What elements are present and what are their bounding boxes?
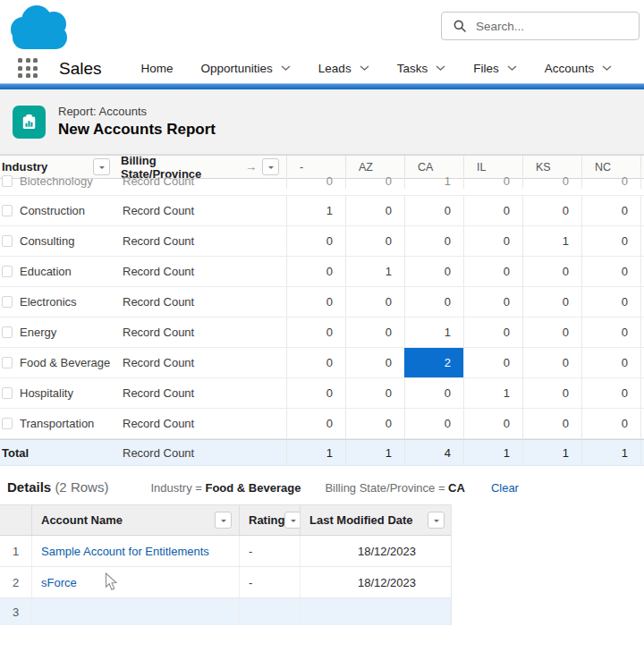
nav-tab-leads[interactable]: Leads: [318, 62, 369, 75]
pivot-row-label[interactable]: Electronics: [13, 287, 121, 317]
row-checkbox[interactable]: [2, 266, 13, 277]
pivot-value-cell[interactable]: 0: [581, 318, 640, 347]
pivot-value-cell[interactable]: 0: [522, 318, 581, 347]
pivot-value-cell[interactable]: 0: [286, 318, 345, 347]
pivot-value-cell[interactable]: 1: [286, 196, 345, 225]
filter-button[interactable]: [428, 512, 445, 529]
filter-button[interactable]: [284, 512, 300, 529]
pivot-value-cell[interactable]: 0: [581, 226, 640, 256]
pivot-value-cell[interactable]: 0: [345, 287, 404, 317]
pivot-value-cell[interactable]: 0: [345, 378, 404, 408]
salesforce-report-page: Sales HomeOpportunitiesLeadsTasksFilesAc…: [0, 0, 644, 652]
pivot-row-label[interactable]: Hospitality: [13, 378, 121, 408]
clear-filters-link[interactable]: Clear: [491, 481, 519, 495]
pivot-row-label[interactable]: Consulting: [13, 226, 121, 256]
pivot-value-cell[interactable]: 0: [345, 409, 404, 438]
pivot-value-cell[interactable]: 0: [522, 409, 581, 438]
pivot-value-cell[interactable]: 0: [404, 378, 463, 408]
row-checkbox[interactable]: [2, 205, 13, 216]
pivot-value-cell[interactable]: 0: [404, 287, 463, 317]
details-col-header-rating[interactable]: Rating: [239, 505, 300, 535]
pivot-value-cell[interactable]: 0: [286, 409, 345, 438]
nav-tab-opportunities[interactable]: Opportunities: [201, 62, 291, 75]
pivot-value-cell[interactable]: 0: [286, 378, 345, 408]
pivot-value-cell[interactable]: 1: [404, 318, 463, 347]
row-fill: [640, 318, 644, 347]
pivot-value-cell[interactable]: 0: [522, 287, 581, 317]
row-checkbox[interactable]: [2, 296, 13, 308]
pivot-value-cell[interactable]: 0: [345, 173, 404, 189]
pivot-value-cell[interactable]: 1: [522, 226, 581, 256]
pivot-value-cell[interactable]: 0: [286, 257, 345, 286]
app-name: Sales: [59, 59, 102, 79]
filter-button[interactable]: [215, 512, 232, 529]
row-checkbox[interactable]: [2, 235, 13, 247]
pivot-value-cell[interactable]: 0: [463, 173, 522, 189]
row-checkbox[interactable]: [2, 357, 13, 368]
pivot-value-cell[interactable]: 0: [286, 348, 345, 377]
search-input[interactable]: [474, 19, 639, 34]
pivot-value-cell[interactable]: 1: [404, 173, 463, 189]
app-launcher-icon[interactable]: [18, 58, 38, 79]
pivot-value-cell[interactable]: 1: [522, 440, 581, 465]
details-col-header-account-name[interactable]: Account Name: [31, 505, 239, 535]
pivot-selected-cell[interactable]: 2: [404, 348, 463, 377]
pivot-value-cell[interactable]: 0: [463, 409, 522, 438]
pivot-row-label[interactable]: Food & Beverage: [13, 348, 121, 377]
pivot-row-label[interactable]: Energy: [13, 318, 121, 347]
pivot-value-cell[interactable]: 0: [463, 318, 522, 347]
pivot-value-cell[interactable]: 0: [286, 226, 345, 256]
nav-tab-accounts[interactable]: Accounts: [545, 62, 613, 75]
row-checkbox[interactable]: [2, 326, 13, 338]
pivot-value-cell[interactable]: 0: [345, 318, 404, 347]
pivot-value-cell[interactable]: 1: [345, 257, 404, 286]
pivot-value-cell[interactable]: 1: [286, 440, 345, 465]
pivot-row-label[interactable]: Transportation: [13, 409, 121, 438]
pivot-value-cell[interactable]: 0: [463, 287, 522, 317]
nav-tab-files[interactable]: Files: [473, 62, 517, 75]
row-checkbox[interactable]: [2, 387, 13, 399]
pivot-row-label[interactable]: Construction: [13, 196, 121, 225]
pivot-value-cell[interactable]: 0: [581, 287, 640, 317]
pivot-value-cell[interactable]: 0: [463, 196, 522, 225]
nav-tab-tasks[interactable]: Tasks: [397, 62, 446, 75]
pivot-value-cell[interactable]: 1: [463, 440, 522, 465]
pivot-value-cell[interactable]: 0: [345, 196, 404, 225]
account-link[interactable]: sForce: [41, 576, 77, 589]
pivot-value-cell[interactable]: 0: [345, 348, 404, 377]
pivot-row-label[interactable]: Education: [13, 257, 121, 286]
pivot-value-cell[interactable]: 0: [581, 409, 640, 438]
pivot-value-cell[interactable]: 0: [463, 257, 522, 286]
pivot-value-cell[interactable]: 0: [463, 348, 522, 377]
pivot-value-cell[interactable]: 0: [404, 226, 463, 256]
pivot-value-cell[interactable]: 0: [581, 196, 640, 225]
pivot-value-cell[interactable]: 0: [286, 287, 345, 317]
pivot-value-cell[interactable]: 4: [404, 440, 463, 465]
pivot-value-cell[interactable]: 0: [581, 257, 640, 286]
pivot-value-cell[interactable]: 0: [581, 173, 640, 189]
pivot-row-label[interactable]: Biotechnology: [13, 173, 121, 189]
pivot-value-cell[interactable]: 1: [581, 440, 640, 465]
pivot-value-cell[interactable]: 0: [522, 378, 581, 408]
row-checkbox[interactable]: [2, 175, 13, 187]
pivot-value-cell[interactable]: 0: [286, 173, 345, 189]
row-gutter: [0, 226, 13, 256]
pivot-value-cell[interactable]: 0: [581, 378, 640, 408]
pivot-value-cell[interactable]: 1: [345, 440, 404, 465]
row-checkbox[interactable]: [2, 418, 13, 429]
details-col-header-last-modified-date[interactable]: Last Modified Date: [300, 505, 452, 535]
pivot-value-cell[interactable]: 0: [522, 348, 581, 377]
pivot-value-cell[interactable]: 0: [522, 196, 581, 225]
pivot-value-cell[interactable]: 1: [463, 378, 522, 408]
pivot-value-cell[interactable]: 0: [522, 173, 581, 189]
pivot-value-cell[interactable]: 0: [463, 226, 522, 256]
nav-tab-home[interactable]: Home: [141, 62, 174, 75]
pivot-value-cell[interactable]: 0: [404, 196, 463, 225]
account-link[interactable]: Sample Account for Entitlements: [41, 545, 209, 558]
pivot-value-cell[interactable]: 0: [581, 348, 640, 377]
pivot-value-cell[interactable]: 0: [404, 257, 463, 286]
pivot-value-cell[interactable]: 0: [522, 257, 581, 286]
pivot-value-cell[interactable]: 0: [345, 226, 404, 256]
global-search[interactable]: [441, 12, 640, 40]
pivot-value-cell[interactable]: 0: [404, 409, 463, 438]
